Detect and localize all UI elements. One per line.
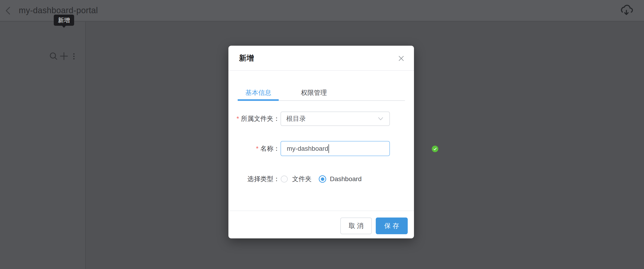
dialog-header: 新增 bbox=[228, 46, 414, 71]
close-icon bbox=[398, 55, 405, 62]
check-circle-icon bbox=[432, 146, 438, 152]
cloud-download-icon bbox=[620, 4, 633, 17]
name-input-value: my-dashboard bbox=[287, 145, 328, 152]
required-mark: * bbox=[256, 145, 258, 152]
radio-folder[interactable] bbox=[281, 176, 288, 182]
app-header: my-dashboard-portal bbox=[0, 0, 644, 21]
search-icon bbox=[49, 51, 58, 61]
radio-folder-label[interactable]: 文件夹 bbox=[292, 172, 312, 186]
chevron-left-icon bbox=[3, 6, 14, 16]
chevron-down-icon bbox=[378, 116, 384, 121]
cloud-download-button[interactable] bbox=[620, 4, 633, 17]
more-button[interactable] bbox=[70, 52, 78, 61]
folder-select[interactable]: 根目录 bbox=[280, 112, 390, 126]
page: my-dashboard-portal 新增 bbox=[0, 0, 644, 269]
radio-dashboard-label[interactable]: Dashboard bbox=[330, 172, 362, 186]
add-tooltip: 新增 bbox=[54, 15, 74, 26]
folder-select-value: 根目录 bbox=[286, 114, 306, 123]
dialog-title: 新增 bbox=[239, 46, 254, 71]
active-tab-indicator bbox=[238, 99, 279, 101]
more-vertical-icon bbox=[70, 52, 78, 61]
cancel-button[interactable]: 取 消 bbox=[340, 217, 372, 234]
tab-basic-info[interactable]: 基本信息 bbox=[238, 87, 279, 99]
name-field-label: *名称： bbox=[233, 141, 280, 156]
add-button[interactable] bbox=[58, 51, 69, 62]
folder-field-label: *所属文件夹： bbox=[233, 112, 280, 126]
back-button[interactable] bbox=[3, 6, 14, 16]
save-button[interactable]: 保 存 bbox=[376, 217, 408, 234]
search-button[interactable] bbox=[49, 51, 58, 61]
tab-permissions[interactable]: 权限管理 bbox=[293, 87, 334, 99]
tooltip-arrow bbox=[62, 26, 66, 28]
tooltip-text: 新增 bbox=[58, 16, 70, 24]
plus-icon bbox=[58, 51, 69, 62]
new-item-dialog: 新增 基本信息 权限管理 *所属文件夹： 根目录 *名称： my-dashboa… bbox=[228, 46, 414, 238]
type-field-label: 选择类型： bbox=[233, 172, 280, 186]
text-caret bbox=[328, 144, 329, 153]
radio-dot bbox=[321, 177, 324, 181]
dialog-footer: 取 消 保 存 bbox=[228, 210, 414, 238]
radio-dashboard[interactable] bbox=[319, 175, 326, 183]
panel-divider bbox=[85, 22, 86, 269]
close-button[interactable] bbox=[396, 53, 406, 64]
required-mark: * bbox=[236, 115, 239, 122]
name-input[interactable]: my-dashboard bbox=[280, 141, 390, 156]
